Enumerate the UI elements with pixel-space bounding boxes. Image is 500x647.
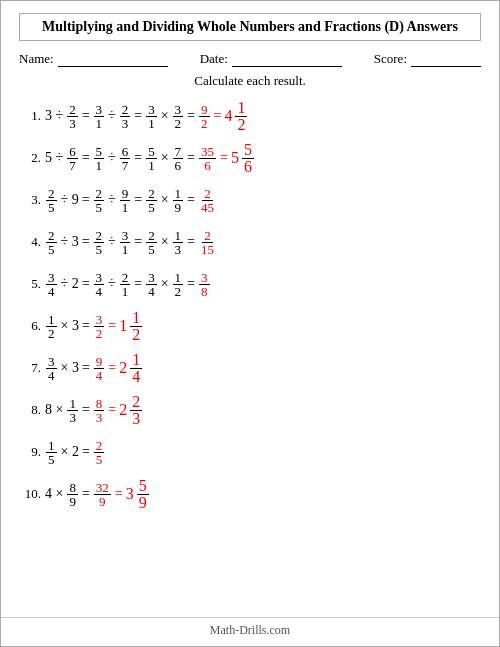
fraction: 25 [94, 229, 105, 256]
problem-row: 1. 3 ÷ 23 = 31 ÷ 23 = 31 × 32 = 92 = 4 1… [19, 97, 481, 135]
score-underline [411, 53, 481, 67]
answer-fraction: 83 [94, 397, 105, 424]
problem-row: 3. 25 ÷ 9 = 25 ÷ 91 = 25 × 19 = 245 [19, 181, 481, 219]
fraction: 31 [146, 103, 157, 130]
fraction: 13 [173, 229, 184, 256]
fraction: 13 [67, 397, 78, 424]
answer-fraction: 215 [199, 229, 216, 256]
problem-expr: 25 ÷ 3 = 25 ÷ 31 = 25 × 13 = 215 [45, 229, 217, 256]
fraction: 25 [46, 229, 57, 256]
answer-fraction: 25 [94, 439, 105, 466]
fraction: 25 [46, 187, 57, 214]
fraction: 12 [46, 313, 57, 340]
problem-expr: 4 × 89 = 329 = 3 59 [45, 478, 150, 511]
problem-number: 3. [19, 192, 41, 208]
score-field: Score: [374, 51, 481, 67]
fraction: 34 [94, 271, 105, 298]
problem-number: 9. [19, 444, 41, 460]
answer-fraction: 94 [94, 355, 105, 382]
problem-number: 10. [19, 486, 41, 502]
fraction: 31 [94, 103, 105, 130]
problem-row: 7. 34 × 3 = 94 = 2 14 [19, 349, 481, 387]
answer-mixed: 3 59 [126, 478, 150, 511]
problem-number: 6. [19, 318, 41, 334]
answer-mixed: 5 56 [231, 142, 255, 175]
fraction: 21 [120, 271, 131, 298]
fraction: 25 [146, 229, 157, 256]
name-label: Name: [19, 51, 54, 67]
answer-fraction: 92 [199, 103, 210, 130]
problem-number: 8. [19, 402, 41, 418]
score-label: Score: [374, 51, 407, 67]
problems-container: 1. 3 ÷ 23 = 31 ÷ 23 = 31 × 32 = 92 = 4 1… [19, 97, 481, 513]
problem-row: 6. 12 × 3 = 32 = 1 12 [19, 307, 481, 345]
answer-fraction: 245 [199, 187, 216, 214]
answer-mixed: 4 12 [224, 100, 248, 133]
date-underline [232, 53, 342, 67]
problem-row: 10. 4 × 89 = 329 = 3 59 [19, 475, 481, 513]
answer-fraction: 38 [199, 271, 210, 298]
answer-mixed: 2 23 [119, 394, 143, 427]
problem-expr: 3 ÷ 23 = 31 ÷ 23 = 31 × 32 = 92 = 4 12 [45, 100, 248, 133]
instruction: Calculate each result. [19, 73, 481, 89]
answer-mixed: 2 14 [119, 352, 143, 385]
fraction: 12 [173, 271, 184, 298]
problem-expr: 8 × 13 = 83 = 2 23 [45, 394, 143, 427]
fraction: 23 [120, 103, 131, 130]
problem-row: 8. 8 × 13 = 83 = 2 23 [19, 391, 481, 429]
problem-row: 2. 5 ÷ 67 = 51 ÷ 67 = 51 × 76 = 356 = 5 … [19, 139, 481, 177]
fraction: 51 [94, 145, 105, 172]
fraction: 34 [46, 271, 57, 298]
page: Multiplying and Dividing Whole Numbers a… [0, 0, 500, 647]
problem-expr: 34 ÷ 2 = 34 ÷ 21 = 34 × 12 = 38 [45, 271, 211, 298]
page-title: Multiplying and Dividing Whole Numbers a… [19, 13, 481, 41]
fraction: 32 [173, 103, 184, 130]
header-row: Name: Date: Score: [19, 51, 481, 67]
fraction: 25 [146, 187, 157, 214]
fraction: 23 [67, 103, 78, 130]
name-field: Name: [19, 51, 168, 67]
name-underline [58, 53, 168, 67]
fraction: 15 [46, 439, 57, 466]
problem-expr: 34 × 3 = 94 = 2 14 [45, 352, 143, 385]
answer-mixed: 1 12 [119, 310, 143, 343]
fraction: 67 [120, 145, 131, 172]
fraction: 51 [146, 145, 157, 172]
fraction: 91 [120, 187, 131, 214]
fraction: 34 [146, 271, 157, 298]
problem-number: 5. [19, 276, 41, 292]
problem-number: 4. [19, 234, 41, 250]
problem-expr: 12 × 3 = 32 = 1 12 [45, 310, 143, 343]
fraction: 25 [94, 187, 105, 214]
fraction: 31 [120, 229, 131, 256]
problem-expr: 15 × 2 = 25 [45, 439, 105, 466]
problem-row: 4. 25 ÷ 3 = 25 ÷ 31 = 25 × 13 = 215 [19, 223, 481, 261]
problem-expr: 5 ÷ 67 = 51 ÷ 67 = 51 × 76 = 356 = 5 56 [45, 142, 255, 175]
answer-fraction: 32 [94, 313, 105, 340]
problem-number: 7. [19, 360, 41, 376]
fraction: 89 [67, 481, 78, 508]
date-field: Date: [200, 51, 342, 67]
fraction: 19 [173, 187, 184, 214]
fraction: 67 [67, 145, 78, 172]
problem-row: 5. 34 ÷ 2 = 34 ÷ 21 = 34 × 12 = 38 [19, 265, 481, 303]
problem-number: 1. [19, 108, 41, 124]
problem-expr: 25 ÷ 9 = 25 ÷ 91 = 25 × 19 = 245 [45, 187, 217, 214]
fraction: 34 [46, 355, 57, 382]
answer-fraction: 356 [199, 145, 216, 172]
answer-fraction: 329 [94, 481, 111, 508]
date-label: Date: [200, 51, 228, 67]
footer: Math-Drills.com [1, 617, 499, 638]
fraction: 76 [173, 145, 184, 172]
problem-number: 2. [19, 150, 41, 166]
problem-row: 9. 15 × 2 = 25 [19, 433, 481, 471]
